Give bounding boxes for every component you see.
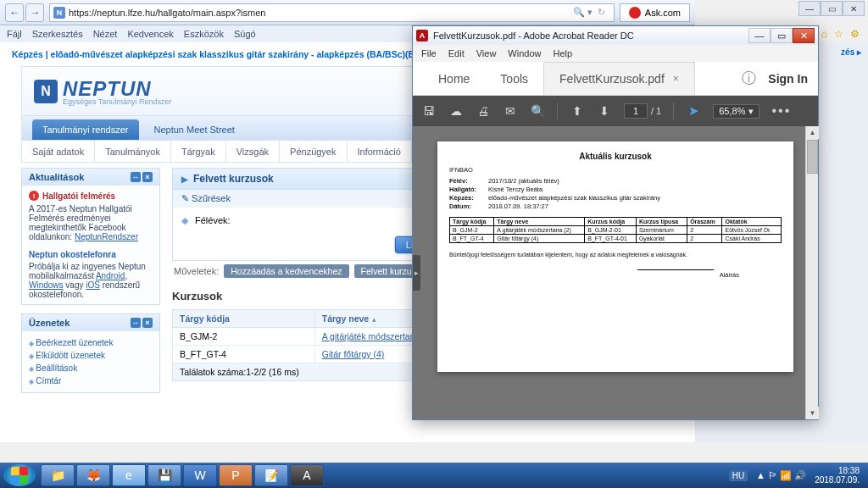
subtab-targyak[interactable]: Tárgyak xyxy=(171,141,226,162)
refresh-icon[interactable]: ↻ xyxy=(598,7,605,18)
phone-title[interactable]: Neptun okostelefonra xyxy=(29,250,153,259)
taskbar-powerpoint-icon[interactable]: P xyxy=(219,464,253,486)
taskbar-notepad-icon[interactable]: 📝 xyxy=(254,464,288,486)
search-icon[interactable]: 🔍 xyxy=(530,103,545,119)
menu-edit[interactable]: Szerkesztés xyxy=(32,29,83,39)
address-bar[interactable]: N https://neptun.lfze.hu/hallgato/main.a… xyxy=(49,3,615,22)
taskbar-ie-icon[interactable]: e xyxy=(112,464,146,486)
save-icon[interactable]: 🖫 xyxy=(421,103,437,119)
acrobat-minimize-button[interactable]: — xyxy=(748,28,771,43)
menu-favorites[interactable]: Kedvencek xyxy=(127,29,173,39)
acrobat-tab-tools[interactable]: Tools xyxy=(485,62,543,95)
acrobat-menu-view[interactable]: View xyxy=(476,48,497,58)
alert-link[interactable]: NeptunRendszer xyxy=(75,232,138,241)
msg-settings[interactable]: Beállítások xyxy=(29,362,153,374)
search-provider-tab[interactable]: Ask.com xyxy=(620,3,690,22)
taskbar-explorer-icon[interactable]: 📁 xyxy=(41,464,75,486)
acrobat-tab-home[interactable]: Home xyxy=(423,62,485,95)
acrobat-document-area[interactable]: ▸ ▲ ▼ Aktuális kurzusok IFNBAO Félév:201… xyxy=(413,126,818,419)
box2-logout-icon[interactable]: ↔ xyxy=(131,318,141,328)
tray-clock[interactable]: 18:38 2018.07.09. xyxy=(815,466,860,485)
search-glyph-icon[interactable]: 🔍 ▾ xyxy=(573,7,593,18)
subtab-vizsgak[interactable]: Vizsgák xyxy=(226,141,280,162)
taskbar-firefox-icon[interactable]: 🦊 xyxy=(76,464,110,486)
pdf-th: Kurzus kódja xyxy=(585,218,637,226)
box-close-icon[interactable]: × xyxy=(142,172,153,182)
page-down-icon[interactable]: ⬇ xyxy=(597,103,612,119)
menu-help[interactable]: Súgó xyxy=(234,29,256,39)
acrobat-sign-in[interactable]: Sign In xyxy=(768,72,808,86)
zoom-select[interactable]: 65,8% ▾ xyxy=(713,104,760,119)
zoom-value: 65,8% xyxy=(719,106,745,116)
mail-icon[interactable]: ✉ xyxy=(503,103,518,119)
link-windows[interactable]: Windows xyxy=(29,280,64,290)
acrobat-menu-help[interactable]: Help xyxy=(553,48,572,58)
page-up-icon[interactable]: ⬆ xyxy=(570,103,585,119)
msg-sent[interactable]: Elküldött üzenetek xyxy=(29,349,153,362)
ie-minimize-button[interactable]: — xyxy=(798,1,821,16)
acrobat-close-button[interactable]: ✕ xyxy=(793,28,815,43)
acrobat-titlebar[interactable]: A FelvettKurzusok.pdf - Adobe Acrobat Re… xyxy=(413,26,818,45)
taskbar-acrobat-icon[interactable]: A xyxy=(290,464,324,486)
cloud-icon[interactable]: ☁ xyxy=(448,103,464,119)
home-icon[interactable]: ⌂ xyxy=(821,28,827,40)
acrobat-scrollbar[interactable]: ▲ ▼ xyxy=(805,126,818,419)
taskbar-save-icon[interactable]: 💾 xyxy=(147,464,181,486)
scroll-thumb[interactable] xyxy=(807,140,818,174)
op-add-favorite[interactable]: Hozzáadás a kedvencekhez xyxy=(224,264,348,278)
acrobat-doc-tab-close-icon[interactable]: × xyxy=(673,73,679,85)
ops-label: Műveletek: xyxy=(174,266,219,276)
acrobat-maximize-button[interactable]: ▭ xyxy=(771,28,793,43)
meta-label: Dátum: xyxy=(449,202,488,210)
tray-icons[interactable]: ▲ 🏳 📶 🔊 xyxy=(756,470,806,481)
box2-close-icon[interactable]: × xyxy=(142,318,153,328)
pdf-title: Aktuális kurzusok xyxy=(449,152,782,161)
taskbar-word-icon[interactable]: W xyxy=(183,464,217,486)
favorite-star-icon[interactable]: ☆ xyxy=(834,28,843,40)
scroll-down-icon[interactable]: ▼ xyxy=(806,407,819,419)
language-indicator[interactable]: HU xyxy=(729,470,748,481)
scroll-up-icon[interactable]: ▲ xyxy=(806,126,819,139)
tab-tanulmanyi-rendszer[interactable]: Tanulmányi rendszer xyxy=(32,119,139,140)
msg-directory[interactable]: Címtár xyxy=(29,374,153,387)
start-button[interactable] xyxy=(3,464,36,486)
ie-close-button[interactable]: ✕ xyxy=(843,1,865,16)
menu-tools[interactable]: Eszközök xyxy=(184,29,224,39)
menu-view[interactable]: Nézet xyxy=(93,29,118,39)
alert-body-text: A 2017-es Neptun Hallgatói Felmérés ered… xyxy=(29,204,153,241)
neptun-logo-icon: N xyxy=(34,80,58,103)
subtab-tanulmanyok[interactable]: Tanulmányok xyxy=(95,141,171,162)
link-android[interactable]: Android xyxy=(96,271,125,280)
acrobat-menu-file[interactable]: File xyxy=(421,48,437,58)
link-ios[interactable]: iOS xyxy=(86,280,100,290)
right-strip-text: zés ▸ xyxy=(841,47,861,57)
select-cursor-icon[interactable]: ➤ xyxy=(686,103,701,119)
forward-button[interactable]: → xyxy=(25,3,44,22)
subtab-sajat-adatok[interactable]: Saját adatok xyxy=(22,141,95,162)
sort-asc-icon[interactable]: ▲ xyxy=(370,316,377,324)
back-button[interactable]: ← xyxy=(5,3,24,22)
menu-file[interactable]: Fájl xyxy=(7,29,22,39)
tab-meet-street[interactable]: Neptun Meet Street xyxy=(144,119,245,140)
subtab-informacio[interactable]: Információ xyxy=(348,141,412,162)
more-tools-icon[interactable]: ••• xyxy=(771,103,791,119)
ie-maximize-button[interactable]: ▭ xyxy=(821,1,843,16)
col-code[interactable]: Tárgy kódja xyxy=(173,310,315,328)
subtab-penzugyek[interactable]: Pénzügyek xyxy=(280,141,347,162)
print-icon[interactable]: 🖨 xyxy=(476,103,491,119)
alert-hallgatoi-felmeres[interactable]: Hallgatói felmérés xyxy=(29,191,153,201)
acrobat-side-handle-icon[interactable]: ▸ xyxy=(413,255,420,291)
pdf-row: B_GJM-2A gitárjáték módszertana (2)B_GJM… xyxy=(450,226,782,235)
page-current-input[interactable] xyxy=(624,103,648,119)
filter-bullet-icon: ◆ xyxy=(181,215,188,226)
acrobat-tab-document[interactable]: FelvettKurzusok.pdf × xyxy=(543,62,695,95)
box-logout-icon[interactable]: ↔ xyxy=(131,172,141,182)
acrobat-help-icon[interactable]: ⓘ xyxy=(742,69,756,88)
acrobat-menu-edit[interactable]: Edit xyxy=(448,48,465,58)
tray-time: 18:38 xyxy=(815,466,860,475)
msg-inbox[interactable]: Beérkezett üzenetek xyxy=(29,336,153,349)
acrobat-menu-window[interactable]: Window xyxy=(508,48,541,58)
gear-icon[interactable]: ⚙ xyxy=(850,28,860,40)
course-link[interactable]: Gitár főtárgy (4) xyxy=(322,349,385,359)
meta-value: előadó-művészet alapképzési szak klasszi… xyxy=(488,194,782,202)
